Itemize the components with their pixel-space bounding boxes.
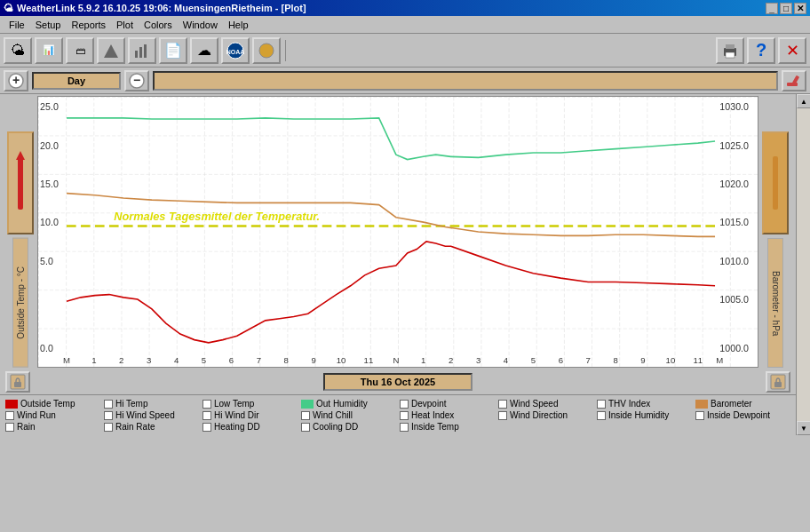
menu-setup[interactable]: Setup — [30, 19, 67, 31]
nav-zoom-out[interactable]: − — [124, 70, 149, 91]
legend-out-humidity: Out Humidity — [301, 399, 396, 409]
svg-text:10.0: 10.0 — [40, 217, 59, 227]
nav-zoom-in[interactable]: + — [4, 70, 28, 91]
svg-text:5: 5 — [531, 355, 536, 365]
svg-text:1025.0: 1025.0 — [719, 140, 749, 151]
app-icon: 🌤 — [4, 3, 13, 13]
legend-inside-humidity: Inside Humidity — [597, 410, 692, 420]
minimize-btn[interactable]: _ — [766, 3, 778, 14]
legend-hi-temp: Hi Temp — [104, 399, 199, 409]
svg-text:0.0: 0.0 — [40, 343, 53, 353]
checkbox-hi-temp[interactable] — [104, 400, 113, 409]
nav-edit-btn[interactable] — [782, 70, 806, 91]
svg-text:11: 11 — [364, 355, 374, 365]
svg-text:1030.0: 1030.0 — [719, 101, 749, 112]
toolbar-noaa[interactable]: NOAA — [221, 37, 250, 64]
legend-area: Outside Temp Hi Temp Low Temp Out Humidi… — [0, 394, 796, 435]
svg-text:15.0: 15.0 — [40, 179, 59, 189]
toolbar-doc[interactable]: 📄 — [159, 37, 187, 64]
checkbox-hi-wind-speed[interactable] — [104, 411, 113, 420]
title-bar: 🌤 WeatherLink 5.9.2 16.10.25 19:06: Muen… — [0, 0, 810, 16]
checkbox-wind-speed[interactable] — [498, 400, 507, 409]
menu-window[interactable]: Window — [178, 19, 223, 31]
svg-rect-9 — [726, 52, 735, 58]
toolbar-home[interactable]: 🌤 — [4, 37, 32, 64]
toolbar-cloud[interactable]: ☁ — [190, 37, 218, 64]
toolbar-grid[interactable]: 🗃 — [66, 37, 94, 64]
close-btn[interactable]: ✕ — [794, 3, 806, 14]
svg-text:5: 5 — [202, 355, 206, 365]
toolbar-circle[interactable] — [252, 37, 281, 64]
checkbox-low-temp[interactable] — [202, 400, 211, 409]
svg-rect-2 — [139, 47, 142, 58]
checkbox-devpoint[interactable] — [400, 400, 409, 409]
svg-text:Normales Tagesmittel der Tempe: Normales Tagesmittel der Temperatur. — [114, 210, 320, 223]
toolbar-chart1[interactable]: 📊 — [35, 37, 63, 64]
checkbox-inside-dewpoint[interactable] — [695, 411, 704, 420]
legend-devpoint: Devpoint — [400, 399, 495, 409]
checkbox-heat-index[interactable] — [400, 411, 409, 420]
checkbox-inside-temp[interactable] — [400, 423, 409, 432]
nav-bar: + Day − — [0, 67, 810, 94]
toolbar-close-x[interactable]: ✕ — [778, 37, 806, 64]
menu-reports[interactable]: Reports — [66, 19, 111, 31]
menu-help[interactable]: Help — [223, 19, 254, 31]
svg-marker-0 — [104, 44, 118, 58]
svg-text:10: 10 — [337, 355, 346, 365]
toolbar: 🌤 📊 🗃 📄 ☁ NOAA ? ✕ — [0, 34, 810, 67]
checkbox-wind-chill[interactable] — [301, 411, 310, 420]
legend-inside-temp: Inside Temp — [400, 422, 495, 432]
toolbar-mountain[interactable] — [97, 37, 125, 64]
legend-rain-rate: Rain Rate — [104, 422, 199, 432]
scroll-track[interactable] — [797, 108, 810, 421]
checkbox-wind-run[interactable] — [5, 411, 14, 420]
legend-rain: Rain — [5, 422, 100, 432]
svg-text:3: 3 — [147, 355, 151, 365]
nav-day-label: Day — [32, 72, 121, 90]
date-display: Thu 16 Oct 2025 — [323, 373, 472, 391]
toolbar-help[interactable]: ? — [747, 37, 775, 64]
svg-text:4: 4 — [504, 355, 509, 365]
svg-text:1020.0: 1020.0 — [719, 179, 749, 189]
svg-text:6: 6 — [559, 355, 563, 365]
checkbox-hi-wind-dir[interactable] — [202, 411, 211, 420]
svg-rect-63 — [773, 156, 778, 210]
svg-text:1005.0: 1005.0 — [719, 294, 749, 305]
svg-text:8: 8 — [284, 355, 289, 365]
menu-colors[interactable]: Colors — [139, 19, 178, 31]
svg-text:2: 2 — [449, 355, 453, 365]
left-side: Outside Temp - °C — [4, 96, 37, 368]
chart-inner: 25.0 20.0 15.0 10.0 5.0 0.0 1030.0 1025.… — [37, 96, 758, 368]
left-axis-btn[interactable] — [7, 131, 34, 234]
checkbox-rain-rate[interactable] — [104, 423, 113, 432]
menu-file[interactable]: File — [4, 19, 30, 31]
checkbox-rain[interactable] — [5, 423, 14, 432]
right-side: Barometer - hPa — [758, 96, 792, 368]
checkbox-heating-dd[interactable] — [202, 423, 211, 432]
svg-rect-1 — [135, 51, 138, 58]
svg-text:20.0: 20.0 — [40, 140, 59, 151]
svg-text:4: 4 — [174, 355, 179, 365]
chart-container: Outside Temp - °C — [0, 94, 796, 369]
checkbox-thv-index[interactable] — [597, 400, 606, 409]
checkbox-inside-humidity[interactable] — [597, 411, 606, 420]
y-right-label: Barometer - hPa — [767, 238, 783, 368]
toolbar-print[interactable] — [716, 37, 744, 64]
content-area: Outside Temp - °C — [0, 94, 796, 435]
scroll-up-btn[interactable]: ▲ — [797, 94, 810, 108]
legend-color-outside-temp — [5, 400, 18, 409]
svg-text:1: 1 — [91, 355, 96, 365]
menu-plot[interactable]: Plot — [111, 19, 139, 31]
scroll-down-btn[interactable]: ▼ — [797, 421, 810, 435]
nav-text-field[interactable] — [153, 71, 778, 91]
legend-wind-run: Wind Run — [5, 410, 100, 420]
svg-rect-22 — [38, 97, 758, 367]
toolbar-barline[interactable] — [128, 37, 156, 64]
date-prev-btn[interactable] — [5, 371, 30, 393]
checkbox-wind-direction[interactable] — [498, 411, 507, 420]
restore-btn[interactable]: □ — [780, 3, 792, 14]
checkbox-cooling-dd[interactable] — [301, 423, 310, 432]
date-next-btn[interactable] — [766, 371, 790, 393]
right-axis-btn[interactable] — [762, 131, 789, 234]
legend-wind-speed: Wind Speed — [498, 399, 593, 409]
